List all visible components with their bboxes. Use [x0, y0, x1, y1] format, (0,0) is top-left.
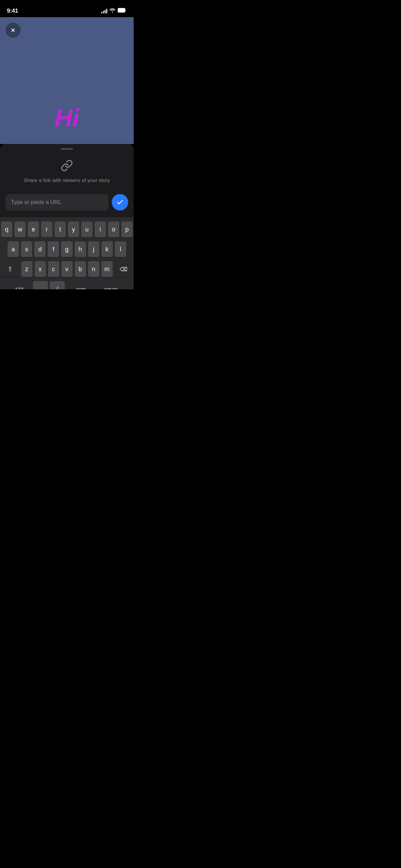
status-icons	[101, 8, 127, 14]
keyboard-row-4: 123 . / .com return	[1, 281, 132, 289]
key-v[interactable]: v	[61, 261, 73, 277]
key-r[interactable]: r	[41, 221, 52, 237]
key-a[interactable]: a	[8, 241, 19, 257]
numbers-key[interactable]: 123	[7, 281, 31, 289]
signal-icon	[101, 9, 107, 13]
status-time: 9:41	[7, 8, 18, 14]
key-f[interactable]: f	[48, 241, 59, 257]
keyboard: q w e r t y u i o p a s d f g h j k l ⇧ …	[0, 217, 134, 289]
slash-key[interactable]: /	[50, 281, 65, 289]
sheet-handle	[61, 148, 73, 150]
svg-rect-1	[118, 9, 125, 12]
key-d[interactable]: d	[34, 241, 46, 257]
key-q[interactable]: q	[1, 221, 12, 237]
confirm-button[interactable]	[112, 194, 128, 210]
key-j[interactable]: j	[88, 241, 99, 257]
url-input-row	[0, 194, 134, 210]
link-section: Share a link with viewers of your story	[0, 159, 134, 191]
close-button[interactable]	[5, 23, 21, 38]
url-input[interactable]	[5, 194, 108, 210]
key-g[interactable]: g	[61, 241, 72, 257]
link-icon	[61, 159, 73, 173]
key-t[interactable]: t	[54, 221, 66, 237]
key-i[interactable]: i	[95, 221, 106, 237]
wifi-icon	[109, 8, 116, 14]
key-n[interactable]: n	[88, 261, 99, 277]
key-m[interactable]: m	[101, 261, 113, 277]
key-h[interactable]: h	[75, 241, 86, 257]
key-p[interactable]: p	[121, 221, 133, 237]
delete-key[interactable]: ⌫	[115, 261, 133, 277]
key-b[interactable]: b	[75, 261, 86, 277]
bottom-sheet: Share a link with viewers of your story …	[0, 144, 134, 289]
key-k[interactable]: k	[101, 241, 113, 257]
key-o[interactable]: o	[108, 221, 119, 237]
key-e[interactable]: e	[28, 221, 39, 237]
keyboard-row-1: q w e r t y u i o p	[1, 221, 132, 237]
shift-key[interactable]: ⇧	[1, 261, 19, 277]
key-s[interactable]: s	[21, 241, 32, 257]
key-y[interactable]: y	[68, 221, 79, 237]
link-description: Share a link with viewers of your story	[24, 177, 110, 183]
keyboard-row-2: a s d f g h j k l	[1, 241, 132, 257]
key-x[interactable]: x	[35, 261, 46, 277]
battery-icon	[118, 8, 127, 14]
dotcom-key[interactable]: .com	[66, 281, 94, 289]
period-key[interactable]: .	[33, 281, 48, 289]
key-c[interactable]: c	[48, 261, 59, 277]
status-bar: 9:41	[0, 0, 134, 17]
story-title: Hi	[54, 106, 79, 130]
key-u[interactable]: u	[81, 221, 93, 237]
key-w[interactable]: w	[14, 221, 26, 237]
return-key[interactable]: return	[96, 281, 126, 289]
story-area: Hi	[0, 17, 134, 144]
keyboard-row-3: ⇧ z x c v b n m ⌫	[1, 261, 132, 277]
key-l[interactable]: l	[115, 241, 126, 257]
key-z[interactable]: z	[21, 261, 33, 277]
